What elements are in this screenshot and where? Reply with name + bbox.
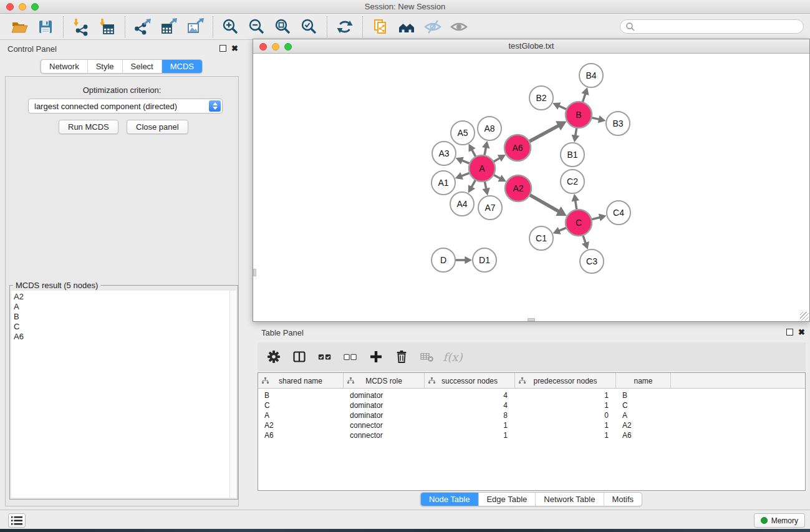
first-neighbors-icon[interactable]	[396, 17, 417, 37]
refresh-view-icon[interactable]	[334, 17, 355, 37]
mcds-result-item[interactable]: C	[14, 322, 229, 332]
table-row-A[interactable]: Adominator80A	[258, 410, 806, 420]
edge-A6-B[interactable]	[529, 125, 559, 142]
edge-C-C2[interactable]	[576, 200, 577, 210]
zoom-selected-icon[interactable]	[299, 17, 320, 37]
cell[interactable]: 1	[515, 390, 616, 400]
tab-node-table[interactable]: Node Table	[421, 493, 479, 506]
node-label-B3: B3	[612, 118, 623, 128]
tab-motifs[interactable]: Motifs	[604, 493, 642, 506]
columns-icon[interactable]	[292, 349, 307, 364]
mcds-result-item[interactable]: B	[14, 312, 229, 322]
tab-select[interactable]: Select	[123, 60, 162, 73]
resize-grip-icon[interactable]	[800, 312, 809, 321]
cell[interactable]: dominator	[344, 400, 425, 410]
criterion-dropdown[interactable]: largest connected component (directed)	[28, 99, 223, 114]
tab-edge-table[interactable]: Edge Table	[478, 493, 536, 506]
splitter-grip[interactable]	[528, 318, 535, 321]
table-row-B[interactable]: Bdominator41B	[258, 390, 806, 400]
add-column-icon[interactable]	[369, 349, 383, 364]
export-image-icon[interactable]	[185, 17, 206, 37]
column-header-MCDS-role[interactable]: MCDS role	[344, 373, 425, 389]
cell[interactable]: A	[616, 410, 671, 420]
network-canvas[interactable]: AA6A2BCA1A3A4A5A7A8B1B2B3B4C1C2C3C4DD1	[253, 54, 809, 321]
cell[interactable]: 1	[515, 400, 616, 410]
close-panel-button[interactable]: Close panel	[127, 120, 188, 134]
gear-icon[interactable]	[266, 349, 281, 364]
deselect-all-icon[interactable]	[343, 349, 358, 364]
mcds-result-item[interactable]: A6	[14, 332, 229, 342]
cell[interactable]: dominator	[344, 410, 425, 420]
show-all-icon[interactable]	[448, 17, 470, 37]
table-row-A2[interactable]: A2connector11A2	[258, 420, 806, 430]
search-input[interactable]	[620, 19, 804, 34]
cell[interactable]: connector	[344, 420, 425, 430]
cell[interactable]: A	[258, 410, 344, 420]
app-titlebar: Session: New Session	[0, 0, 810, 14]
export-table-icon[interactable]	[158, 17, 180, 37]
result-scrollbar[interactable]	[229, 291, 236, 498]
edge-A2-C[interactable]	[529, 195, 559, 211]
hide-selected-icon[interactable]	[422, 17, 443, 37]
arrowhead-icon	[598, 115, 606, 123]
tab-style[interactable]: Style	[88, 60, 123, 73]
edge-B-B4[interactable]	[582, 94, 586, 103]
cell[interactable]: 0	[515, 410, 616, 420]
mcds-result-list[interactable]: A2ABCA6	[11, 291, 229, 498]
delete-column-icon[interactable]	[394, 349, 409, 364]
table-row-C[interactable]: Cdominator41C	[258, 400, 806, 410]
table-panel-close-button[interactable]: ✖	[798, 329, 805, 336]
tab-mcds[interactable]: MCDS	[162, 60, 202, 73]
cell[interactable]: B	[616, 390, 671, 400]
cell[interactable]: 4	[425, 400, 515, 410]
cell[interactable]: A2	[616, 420, 671, 430]
run-mcds-button[interactable]: Run MCDS	[59, 120, 118, 134]
zoom-fit-icon[interactable]	[272, 17, 294, 37]
network-window-titlebar[interactable]: testGlobe.txt	[253, 39, 809, 54]
edge-A-A1[interactable]	[461, 173, 471, 176]
arrowhead-icon	[599, 214, 607, 221]
mcds-result-item[interactable]: A2	[14, 292, 229, 302]
column-header-name[interactable]: name	[616, 373, 671, 389]
cell[interactable]: A6	[258, 430, 344, 440]
tab-network[interactable]: Network	[41, 60, 88, 73]
cell[interactable]: 1	[515, 430, 616, 440]
cell[interactable]: dominator	[344, 390, 425, 400]
export-network-icon[interactable]	[132, 17, 153, 37]
memory-button[interactable]: Memory	[754, 513, 805, 528]
cell[interactable]: 4	[425, 390, 515, 400]
cell[interactable]: C	[258, 400, 344, 410]
column-header-shared-name[interactable]: shared name	[258, 373, 344, 389]
cell[interactable]: 1	[425, 420, 515, 430]
table-row-A6[interactable]: A6connector11A6	[258, 430, 806, 440]
column-header-successor-nodes[interactable]: successor nodes	[425, 373, 515, 389]
import-network-icon[interactable]	[70, 17, 92, 37]
toolbar-separator	[327, 16, 327, 37]
table-panel-float-button[interactable]	[786, 329, 793, 336]
cell[interactable]: A6	[616, 430, 671, 440]
network-view-window: testGlobe.txt AA6A2BCA1A3A4A5A7A8B1B2B3B…	[253, 39, 810, 322]
toolbar-separator	[125, 16, 125, 37]
cell[interactable]: 8	[425, 410, 515, 420]
zoom-in-icon[interactable]	[220, 17, 241, 37]
save-session-icon[interactable]	[35, 17, 56, 37]
zoom-out-icon[interactable]	[246, 17, 268, 37]
mcds-result-item[interactable]: A	[14, 302, 229, 312]
cell[interactable]: A2	[258, 420, 344, 430]
new-network-from-selection-icon[interactable]	[370, 17, 391, 37]
open-session-icon[interactable]	[9, 17, 30, 37]
cell[interactable]: 1	[515, 420, 616, 430]
task-history-button[interactable]	[8, 513, 26, 528]
cell[interactable]: connector	[344, 430, 425, 440]
import-table-icon[interactable]	[97, 17, 118, 37]
tab-network-table[interactable]: Network Table	[536, 493, 604, 506]
select-all-icon[interactable]	[317, 349, 332, 364]
control-panel-header: Control Panel ✖	[0, 42, 243, 56]
control-panel-float-button[interactable]	[219, 45, 226, 52]
column-header-predecessor-nodes[interactable]: predecessor nodes	[515, 373, 616, 389]
cell[interactable]: 1	[425, 430, 515, 440]
splitter-grip[interactable]	[253, 269, 256, 276]
control-panel-close-button[interactable]: ✖	[231, 45, 238, 52]
cell[interactable]: C	[616, 400, 671, 410]
cell[interactable]: B	[258, 390, 344, 400]
